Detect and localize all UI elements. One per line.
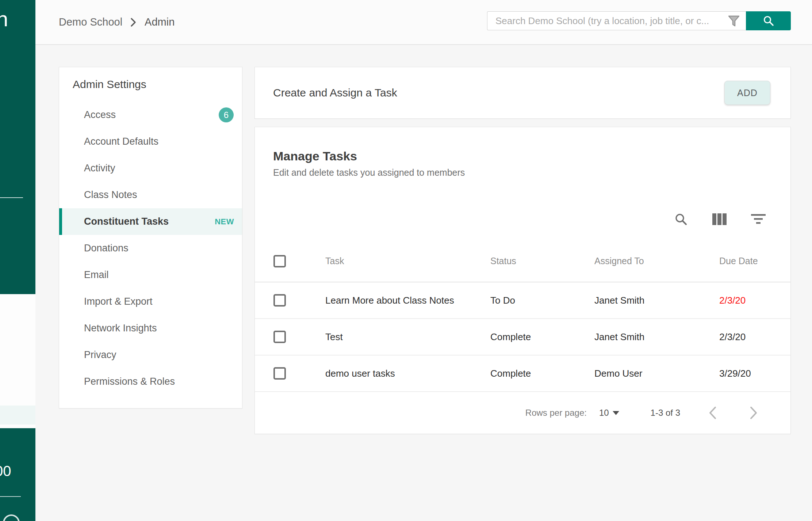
chevron-right-icon: [749, 406, 758, 420]
admin-settings-panel: Admin Settings Access6Account DefaultsAc…: [59, 67, 242, 408]
filter-list-button[interactable]: [750, 212, 766, 227]
chevron-left-icon: [708, 406, 717, 420]
table-pagination: Rows per page: 10 1-3 of 3: [255, 392, 790, 434]
create-task-card: Create and Assign a Task ADD: [254, 67, 791, 119]
search-input[interactable]: [487, 11, 746, 30]
cell-task: Test: [325, 319, 343, 355]
sidebar-item-permissions-roles[interactable]: Permissions & Roles: [59, 368, 242, 395]
breadcrumb-root[interactable]: Demo School: [59, 16, 122, 28]
sidebar-item-label: Import & Export: [84, 296, 234, 307]
cell-status: To Do: [490, 282, 515, 318]
sidebar-item-label: Network Insights: [84, 323, 234, 334]
rail-highlight-band: [0, 406, 35, 425]
cell-assigned-to: Janet Smith: [594, 282, 644, 318]
task-table-body: Learn More about Class NotesTo DoJanet S…: [255, 282, 790, 392]
left-rail-bottom-block: 00: [0, 428, 35, 521]
breadcrumb: Demo School Admin: [59, 0, 175, 44]
rail-divider: [0, 496, 21, 497]
sidebar-item-activity[interactable]: Activity: [59, 155, 242, 182]
cell-task: demo user tasks: [325, 355, 395, 391]
search-icon: [762, 15, 775, 27]
sidebar-item-constituent-tasks[interactable]: Constituent TasksNEW: [59, 208, 242, 235]
row-checkbox[interactable]: [273, 367, 286, 380]
sidebar-item-class-notes[interactable]: Class Notes: [59, 182, 242, 208]
cell-task: Learn More about Class Notes: [325, 282, 454, 318]
pagination-range: 1-3 of 3: [651, 408, 680, 418]
sidebar-item-access[interactable]: Access6: [59, 102, 242, 128]
sidebar-item-import-export[interactable]: Import & Export: [59, 288, 242, 315]
sidebar-item-label: Access: [84, 109, 219, 121]
admin-settings-nav: Access6Account DefaultsActivityClass Not…: [59, 102, 242, 395]
cell-assigned-to: Demo User: [594, 355, 642, 391]
sidebar-item-network-insights[interactable]: Network Insights: [59, 315, 242, 342]
table-row[interactable]: Learn More about Class NotesTo DoJanet S…: [255, 282, 790, 319]
left-rail: n 00: [0, 0, 35, 521]
row-checkbox[interactable]: [273, 294, 286, 307]
filter-funnel-icon[interactable]: [728, 15, 740, 28]
column-header-due[interactable]: Due Date: [719, 240, 758, 282]
view-columns-icon: [712, 213, 727, 225]
filter-list-icon: [750, 214, 766, 225]
search-button[interactable]: [746, 11, 791, 30]
left-rail-top-block: n: [0, 0, 35, 294]
view-columns-button[interactable]: [712, 212, 728, 227]
add-task-button[interactable]: ADD: [724, 81, 770, 105]
cell-due-date: 2/3/20: [719, 282, 746, 318]
admin-settings-title: Admin Settings: [59, 67, 242, 102]
dropdown-arrow-icon: [613, 411, 619, 415]
sidebar-item-label: Donations: [84, 243, 234, 254]
table-header-row: Task Status Assigned To Due Date: [255, 240, 790, 282]
sidebar-item-label: Account Defaults: [84, 136, 234, 147]
cell-status: Complete: [490, 319, 531, 355]
help-ring-icon: [3, 514, 20, 521]
column-header-assigned[interactable]: Assigned To: [594, 240, 644, 282]
sidebar-item-label: Activity: [84, 163, 234, 174]
manage-tasks-title: Manage Tasks: [273, 149, 357, 163]
cell-due-date: 2/3/20: [719, 319, 746, 355]
chevron-right-icon: [130, 17, 137, 27]
sidebar-item-label: Class Notes: [84, 189, 234, 201]
cell-assigned-to: Janet Smith: [594, 319, 644, 355]
rows-per-page-select[interactable]: 10: [599, 408, 619, 418]
rail-divider: [0, 197, 23, 198]
rows-per-page-label: Rows per page:: [525, 408, 587, 418]
count-badge: 6: [219, 107, 234, 122]
search-icon: [674, 212, 688, 226]
rail-number-fragment: 00: [0, 463, 11, 479]
logo-fragment: n: [0, 7, 8, 31]
table-row[interactable]: TestCompleteJanet Smith2/3/20: [255, 319, 790, 355]
sidebar-item-donations[interactable]: Donations: [59, 235, 242, 262]
manage-tasks-subtitle: Edit and delete tasks you assigned to me…: [273, 167, 465, 178]
sidebar-item-email[interactable]: Email: [59, 262, 242, 288]
top-header: Demo School Admin: [35, 0, 812, 45]
breadcrumb-current: Admin: [145, 16, 175, 28]
sidebar-item-label: Privacy: [84, 349, 234, 361]
create-task-title: Create and Assign a Task: [273, 67, 397, 118]
row-checkbox[interactable]: [273, 331, 286, 343]
sidebar-item-privacy[interactable]: Privacy: [59, 342, 242, 368]
global-search: [487, 11, 791, 30]
new-tag: NEW: [215, 217, 234, 227]
cell-due-date: 3/29/20: [719, 355, 751, 391]
sidebar-item-label: Constituent Tasks: [84, 216, 215, 227]
table-toolbar: [673, 212, 766, 227]
sidebar-item-label: Email: [84, 269, 234, 281]
column-header-status[interactable]: Status: [490, 240, 516, 282]
column-header-task[interactable]: Task: [325, 240, 344, 282]
table-search-button[interactable]: [673, 212, 689, 227]
manage-tasks-card: Manage Tasks Edit and delete tasks you a…: [254, 127, 791, 434]
sidebar-item-label: Permissions & Roles: [84, 376, 234, 387]
table-row[interactable]: demo user tasksCompleteDemo User3/29/20: [255, 355, 790, 392]
sidebar-item-account-defaults[interactable]: Account Defaults: [59, 128, 242, 155]
select-all-checkbox[interactable]: [273, 255, 286, 267]
cell-status: Complete: [490, 355, 531, 391]
next-page-button[interactable]: [745, 404, 762, 421]
previous-page-button[interactable]: [704, 404, 721, 421]
